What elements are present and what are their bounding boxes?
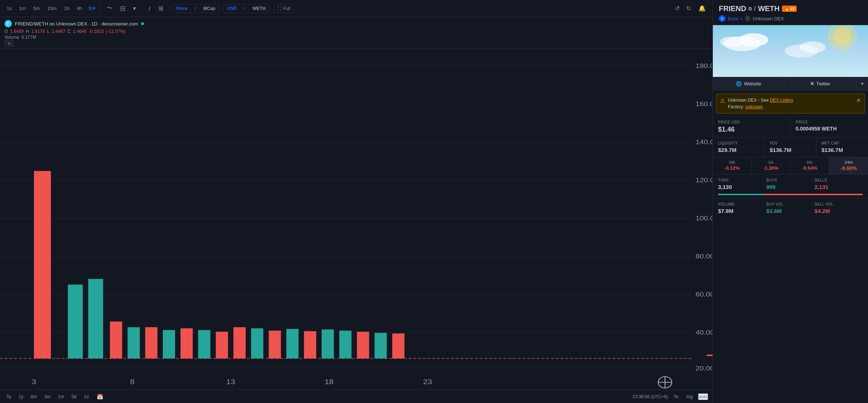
pair-title: FRIEND/WETH on Unknown DEX · 1D · dexscr… — [15, 21, 138, 27]
vol-label: Volume — [4, 35, 19, 40]
range-1d-button[interactable]: 1d — [82, 393, 91, 400]
svg-rect-31 — [269, 331, 281, 358]
svg-text:80.0000: 80.0000 — [696, 253, 712, 260]
range-1m-button[interactable]: 1m — [56, 393, 66, 400]
tf-1s-button[interactable]: 1s — [4, 4, 15, 13]
usd-tab[interactable]: USD — [223, 4, 240, 13]
txns-value: 3,130 — [718, 184, 766, 190]
svg-rect-21 — [88, 279, 103, 358]
range-5y-button[interactable]: 5y — [4, 393, 14, 400]
price-weth-value: 0.0004958 WETH — [796, 126, 863, 132]
tf-6h-tab[interactable]: 6H -9.54% — [790, 157, 829, 174]
calendar-button[interactable]: 📅 — [94, 392, 106, 401]
price-tab[interactable]: Price — [173, 4, 191, 13]
copy-icon[interactable]: ⧉ — [748, 6, 752, 12]
weth-tab[interactable]: WETH — [249, 4, 269, 13]
live-dot — [141, 22, 144, 25]
svg-rect-32 — [286, 329, 298, 359]
tf-4h-button[interactable]: 4h — [74, 4, 85, 13]
collapse-button[interactable]: ∧ — [4, 40, 14, 47]
buy-vol-value: $3.6M — [766, 208, 815, 214]
tf-day-dropdown[interactable]: D ▾ — [86, 4, 98, 13]
svg-rect-25 — [163, 330, 175, 359]
buys-item: BUYS 999 — [766, 178, 815, 190]
twitter-button[interactable]: ✕ Twitter — [785, 77, 856, 90]
redo-button[interactable]: ↻ — [683, 3, 694, 13]
tf-1h-tab[interactable]: 1H -1.30% — [752, 157, 790, 174]
templates-button[interactable]: ⊞ — [156, 3, 166, 13]
dex-listing-link[interactable]: DEX Listing — [770, 98, 793, 103]
chart-type-bar-button[interactable]: ⊟ — [117, 3, 129, 14]
svg-point-49 — [833, 27, 851, 45]
social-links: 🌐 Website ✕ Twitter ▾ — [713, 77, 868, 91]
range-3m-button[interactable]: 3m — [42, 393, 53, 400]
log-button[interactable]: log — [683, 392, 696, 401]
chart-type-line-button[interactable]: 〜 — [104, 3, 116, 14]
tf-5m-button[interactable]: 5m — [30, 4, 43, 13]
warning-icon: ⚠ — [720, 97, 725, 104]
buys-label: BUYS — [766, 178, 815, 182]
factory-link[interactable]: unknown — [745, 104, 763, 109]
right-panel: FRIEND ⧉ / WETH 🔥 #3 B Base › ? Unknown … — [713, 0, 868, 403]
chart-type-dropdown[interactable]: ▾ — [130, 3, 139, 13]
price-weth-box: PRICE 0.0004958 WETH — [790, 116, 868, 137]
mcap-tab[interactable]: MCap — [199, 4, 219, 13]
svg-rect-35 — [339, 331, 352, 358]
range-1y-button[interactable]: 1y — [17, 393, 26, 400]
token-name: FRIEND ⧉ / WETH 🔥 #3 — [719, 4, 797, 13]
chart-panel: 1s 1m 5m 15m 1h 4h D ▾ 〜 ⊟ ▾ ƒ ⊞ Price /… — [0, 0, 713, 403]
chart-header: F FRIEND/WETH on Unknown DEX · 1D · dexs… — [0, 17, 712, 49]
indicators-button[interactable]: ƒ — [145, 4, 154, 13]
tf-15m-button[interactable]: 15m — [44, 4, 59, 13]
alert-button[interactable]: 🔔 — [696, 3, 709, 13]
base-chain-icon: B — [719, 15, 725, 22]
low-value: 1.4467 — [52, 29, 65, 34]
svg-text:3: 3 — [32, 378, 36, 385]
svg-text:160.0000: 160.0000 — [696, 101, 712, 108]
svg-rect-19 — [34, 171, 51, 358]
website-button[interactable]: 🌐 Website — [713, 77, 785, 90]
txns-section: TXNS 3,130 BUYS 999 SELLS 2,131 — [713, 175, 868, 199]
close-value: 1.4646 — [73, 29, 86, 34]
timeframe-section: 5M -0.12% 1H -1.30% 6H -9.54% 24H -9.60% — [713, 157, 868, 175]
tf-5m-tab[interactable]: 5M -0.12% — [713, 157, 752, 174]
percent-button[interactable]: % — [671, 392, 681, 401]
svg-rect-22 — [110, 322, 122, 359]
dex-question-icon: ? — [745, 16, 751, 21]
factory-label: Factory: — [728, 104, 744, 109]
chart-area[interactable]: 180.0000 160.0000 140.0000 120.0000 100.… — [0, 49, 712, 390]
undo-button[interactable]: ↺ — [672, 3, 683, 13]
price-usd-label: PRICE USD — [718, 120, 785, 124]
txns-row: TXNS 3,130 BUYS 999 SELLS 2,131 — [713, 175, 868, 194]
warning-close-button[interactable]: ✕ — [856, 97, 861, 104]
vol-grid: VOLUME $7.9M BUY VOL $3.6M SELL VOL $4.2… — [718, 202, 863, 214]
tf-24h-tab[interactable]: 24H -9.60% — [829, 157, 868, 174]
range-5d-button[interactable]: 5d — [69, 393, 78, 400]
txns-item: TXNS 3,130 — [718, 178, 766, 190]
buys-value: 999 — [766, 184, 815, 190]
sells-label: SELLS — [814, 178, 863, 182]
fire-badge: 🔥 #3 — [782, 6, 797, 12]
svg-text:60.0000: 60.0000 — [696, 291, 712, 298]
close-label: C — [68, 29, 71, 34]
svg-rect-28 — [216, 332, 228, 358]
high-label: H — [26, 29, 29, 34]
mkt-cap-label: MKT CAP — [821, 141, 863, 145]
txns-label: TXNS — [718, 178, 766, 182]
tf-1h-button[interactable]: 1h — [61, 4, 72, 13]
pair-logo: F — [4, 20, 12, 27]
toolbar: 1s 1m 5m 15m 1h 4h D ▾ 〜 ⊟ ▾ ƒ ⊞ Price /… — [0, 0, 712, 17]
buy-vol-label: BUY VOL — [766, 202, 815, 206]
sell-vol-item: SELL VOL $4.2M — [814, 202, 863, 214]
mkt-cap-value: $136.7M — [821, 147, 863, 153]
social-expand-button[interactable]: ▾ — [856, 77, 868, 90]
tf-1m-button[interactable]: 1m — [16, 4, 29, 13]
change-value: -0.1823 — [89, 29, 104, 34]
vol-value: 5.177M — [21, 35, 36, 40]
svg-rect-23 — [127, 327, 140, 359]
range-6m-button[interactable]: 6m — [28, 393, 39, 400]
auto-button[interactable]: auto — [698, 393, 708, 400]
full-button[interactable]: ⛶ Full — [273, 4, 294, 13]
svg-rect-36 — [357, 332, 369, 358]
close-icon: ✕ — [856, 97, 861, 104]
